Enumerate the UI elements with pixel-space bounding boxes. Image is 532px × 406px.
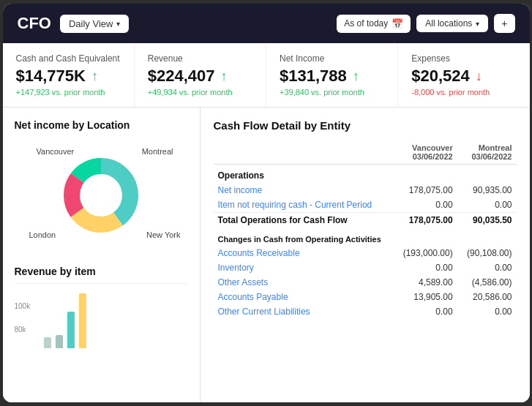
total-label: Total Operations for Cash Flow [214, 213, 393, 228]
table-row: Total Operations for Cash Flow 178,075.0… [214, 213, 517, 228]
right-panel: Cash Flow Detail by Entity Vancouver 03/… [201, 108, 530, 402]
donut-chart: Vancouver Montreal London New York [15, 137, 188, 254]
kpi-value-cash: $14,775K [16, 67, 86, 86]
net-income-chart-section: Net income by Location Vancouver Montrea… [15, 119, 188, 254]
bar-group-1 [44, 337, 51, 348]
left-panel: Net income by Location Vancouver Montrea… [3, 108, 201, 402]
total-col2: 90,035.50 [457, 213, 517, 228]
link-col2: (4,586.00) [457, 275, 517, 290]
kpi-card-revenue: Revenue $224,407 ↑ +49,934 vs. prior mon… [135, 43, 266, 107]
app-container: CFO Daily View ▾ As of today 📅 All locat… [3, 4, 530, 402]
col-header-montreal: Montreal 03/06/2022 [457, 140, 517, 165]
calendar-icon: 📅 [391, 18, 403, 29]
table-row: Changes in Cash from Operating Activitie… [214, 228, 517, 246]
table-row: Accounts Payable 13,905.00 20,586.00 [214, 290, 517, 304]
kpi-value-row-revenue: $224,407 ↑ [148, 67, 252, 86]
bar-item [67, 312, 75, 348]
link-label[interactable]: Item not requiring cash - Current Period [214, 198, 393, 213]
y-label-80k: 80k [15, 326, 26, 334]
link-col1: 13,905.00 [393, 290, 457, 304]
kpi-row: Cash and Cash Equivalent $14,775K ↑ +147… [3, 43, 530, 108]
link-col1: 0.00 [393, 260, 457, 275]
kpi-change-revenue: +49,934 vs. prior month [148, 88, 252, 97]
arrow-up-icon: ↑ [353, 69, 359, 84]
kpi-label-cash: Cash and Cash Equivalent [16, 53, 121, 64]
kpi-card-expenses: Expenses $20,524 ↓ -8,000 vs. prior mont… [398, 43, 529, 107]
kpi-value-expenses: $20,524 [411, 67, 470, 86]
divider [15, 283, 188, 284]
label-newyork: New York [146, 230, 180, 239]
header: CFO Daily View ▾ As of today 📅 All locat… [3, 4, 530, 43]
arrow-down-icon: ↓ [476, 69, 482, 84]
kpi-change-netincome: +39,840 vs. prior month [280, 88, 384, 97]
table-row: Operations [214, 165, 517, 184]
donut-labels: Vancouver Montreal London New York [15, 137, 188, 254]
link-col1: 4,589.00 [393, 275, 457, 290]
link-label[interactable]: Inventory [214, 260, 393, 275]
kpi-label-expenses: Expenses [411, 53, 516, 64]
table-row: Other Assets 4,589.00 (4,586.00) [214, 275, 517, 290]
table-header-row: Vancouver 03/06/2022 Montreal 03/06/2022 [214, 140, 517, 165]
bar-item [79, 293, 86, 348]
arrow-up-icon: ↑ [91, 69, 98, 84]
add-button[interactable]: + [494, 14, 514, 33]
link-col1: (193,000.00) [393, 246, 457, 260]
kpi-card-netincome: Net Income $131,788 ↑ +39,840 vs. prior … [266, 43, 398, 107]
kpi-value-row-expenses: $20,524 ↓ [411, 67, 516, 86]
kpi-value-row-cash: $14,775K ↑ [16, 67, 121, 86]
link-col2: 90,935.00 [457, 183, 517, 198]
col-header-vancouver: Vancouver 03/06/2022 [393, 140, 457, 165]
bar-chart: 100k 80k [15, 290, 188, 348]
bar-group-4 [79, 293, 86, 348]
link-label[interactable]: Other Current Liabilities [214, 304, 393, 319]
revenue-chart-title: Revenue by item [15, 266, 188, 277]
link-label[interactable]: Other Assets [214, 275, 393, 290]
net-income-chart-title: Net income by Location [15, 119, 188, 131]
main-content: Net income by Location Vancouver Montrea… [3, 108, 530, 402]
link-label[interactable]: Accounts Payable [214, 290, 393, 304]
link-col1: 0.00 [393, 304, 457, 319]
kpi-label-netincome: Net Income [280, 53, 384, 64]
table-row: Other Current Liabilities 0.00 0.00 [214, 304, 517, 319]
header-right: As of today 📅 All locations ▾ + [337, 14, 514, 33]
link-label[interactable]: Net income [214, 183, 393, 198]
kpi-value-netincome: $131,788 [280, 67, 347, 86]
section-header-label: Operations [214, 165, 517, 184]
cashflow-tbody: Operations Net income 178,075.00 90,935.… [214, 165, 517, 320]
table-row: Inventory 0.00 0.00 [214, 260, 517, 275]
bar-group-3 [67, 312, 75, 348]
table-row: Item not requiring cash - Current Period… [214, 198, 517, 213]
link-col1: 0.00 [393, 198, 457, 213]
chevron-down-icon: ▾ [476, 20, 479, 28]
kpi-change-cash: +147,923 vs. prior month [16, 88, 121, 97]
kpi-change-expenses: -8,000 vs. prior month [411, 88, 516, 97]
link-col2: 0.00 [457, 260, 517, 275]
col-header-label [214, 140, 393, 165]
link-col2: (90,108.00) [457, 246, 517, 260]
cashflow-title: Cash Flow Detail by Entity [214, 119, 517, 132]
link-col2: 0.00 [457, 304, 517, 319]
revenue-chart-section: Revenue by item 100k 80k [15, 266, 188, 348]
total-col1: 178,075.00 [393, 213, 457, 228]
header-left: CFO Daily View ▾ [18, 14, 130, 33]
bar-item [44, 337, 51, 348]
table-row: Accounts Receivable (193,000.00) (90,108… [214, 246, 517, 260]
kpi-card-cash: Cash and Cash Equivalent $14,775K ↑ +147… [3, 43, 135, 107]
kpi-value-row-netincome: $131,788 ↑ [280, 67, 384, 86]
label-vancouver: Vancouver [37, 147, 75, 156]
link-label[interactable]: Accounts Receivable [214, 246, 393, 260]
daily-view-button[interactable]: Daily View ▾ [60, 15, 129, 33]
table-row: Net income 178,075.00 90,935.00 [214, 183, 517, 198]
page-title: CFO [18, 14, 51, 33]
link-col2: 0.00 [457, 198, 517, 213]
as-of-today-button[interactable]: As of today 📅 [337, 15, 411, 33]
bar-item [56, 335, 63, 348]
bar-group-2 [56, 335, 63, 348]
link-col1: 178,075.00 [393, 183, 457, 198]
all-locations-button[interactable]: All locations ▾ [416, 15, 488, 32]
kpi-value-revenue: $224,407 [148, 67, 215, 86]
arrow-up-icon: ↑ [221, 69, 228, 84]
y-label-100k: 100k [15, 302, 31, 310]
changes-header-label: Changes in Cash from Operating Activitie… [214, 228, 517, 246]
link-col2: 20,586.00 [457, 290, 517, 304]
